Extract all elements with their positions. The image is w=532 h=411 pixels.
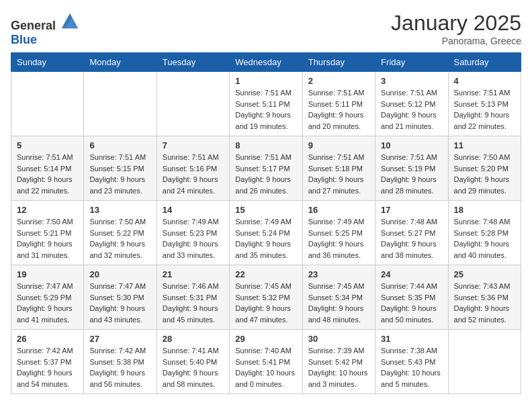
day-number: 11 [454,140,515,150]
calendar-week-row: 19Sunrise: 7:47 AMSunset: 5:29 PMDayligh… [11,265,521,330]
day-info: Sunrise: 7:50 AMSunset: 5:21 PMDaylight:… [17,216,78,261]
day-number: 7 [163,140,224,150]
day-info: Sunrise: 7:51 AMSunset: 5:14 PMDaylight:… [17,152,78,196]
calendar-week-row: 1Sunrise: 7:51 AMSunset: 5:11 PMDaylight… [11,72,521,136]
day-info: Sunrise: 7:49 AMSunset: 5:24 PMDaylight:… [235,216,296,261]
day-number: 8 [235,140,296,150]
calendar-cell: 24Sunrise: 7:44 AMSunset: 5:35 PMDayligh… [375,265,448,330]
calendar-cell: 9Sunrise: 7:51 AMSunset: 5:18 PMDaylight… [302,136,375,201]
calendar-cell: 11Sunrise: 7:50 AMSunset: 5:20 PMDayligh… [448,136,521,201]
day-info: Sunrise: 7:49 AMSunset: 5:25 PMDaylight:… [308,216,369,261]
calendar-cell: 30Sunrise: 7:39 AMSunset: 5:42 PMDayligh… [302,330,375,394]
day-number: 24 [381,269,442,279]
page-header: General Blue January 2025 Panorama, Gree… [11,11,521,47]
day-info: Sunrise: 7:50 AMSunset: 5:20 PMDaylight:… [454,152,515,196]
calendar-cell: 7Sunrise: 7:51 AMSunset: 5:16 PMDaylight… [157,136,229,201]
day-number: 23 [308,269,369,279]
calendar-cell: 8Sunrise: 7:51 AMSunset: 5:17 PMDaylight… [230,136,302,201]
day-number: 26 [17,334,78,344]
day-number: 15 [235,205,296,215]
calendar-cell: 4Sunrise: 7:51 AMSunset: 5:13 PMDaylight… [448,72,521,136]
calendar-cell [157,72,229,136]
calendar-cell: 2Sunrise: 7:51 AMSunset: 5:11 PMDaylight… [302,72,375,136]
day-number: 27 [89,334,150,344]
day-number: 22 [235,269,296,279]
weekday-header-monday: Monday [84,53,157,72]
calendar-cell: 13Sunrise: 7:50 AMSunset: 5:22 PMDayligh… [84,201,157,265]
day-number: 12 [17,205,78,215]
logo: General Blue [11,11,79,47]
day-info: Sunrise: 7:51 AMSunset: 5:11 PMDaylight:… [235,87,296,132]
calendar-cell: 12Sunrise: 7:50 AMSunset: 5:21 PMDayligh… [11,201,84,265]
calendar-cell [448,330,521,394]
day-number: 19 [17,269,78,279]
logo-text: General Blue [11,11,79,47]
day-info: Sunrise: 7:51 AMSunset: 5:18 PMDaylight:… [308,152,369,196]
day-info: Sunrise: 7:51 AMSunset: 5:19 PMDaylight:… [381,152,442,196]
day-info: Sunrise: 7:45 AMSunset: 5:32 PMDaylight:… [235,281,296,325]
day-number: 29 [235,334,296,344]
day-number: 17 [381,205,442,215]
calendar-cell [11,72,84,136]
day-number: 16 [308,205,369,215]
calendar-cell: 19Sunrise: 7:47 AMSunset: 5:29 PMDayligh… [11,265,84,330]
day-info: Sunrise: 7:50 AMSunset: 5:22 PMDaylight:… [89,216,150,261]
day-info: Sunrise: 7:42 AMSunset: 5:37 PMDaylight:… [17,345,78,390]
calendar-cell: 14Sunrise: 7:49 AMSunset: 5:23 PMDayligh… [157,201,229,265]
day-info: Sunrise: 7:43 AMSunset: 5:36 PMDaylight:… [454,281,515,325]
weekday-header-saturday: Saturday [448,53,521,72]
day-info: Sunrise: 7:47 AMSunset: 5:30 PMDaylight:… [89,281,150,325]
day-number: 28 [163,334,224,344]
day-info: Sunrise: 7:42 AMSunset: 5:38 PMDaylight:… [89,345,150,390]
weekday-header-thursday: Thursday [302,53,375,72]
day-number: 31 [381,334,442,344]
logo-blue: Blue [11,33,37,46]
day-info: Sunrise: 7:48 AMSunset: 5:27 PMDaylight:… [381,216,442,261]
calendar-cell: 31Sunrise: 7:38 AMSunset: 5:43 PMDayligh… [375,330,448,394]
calendar-table: SundayMondayTuesdayWednesdayThursdayFrid… [11,52,521,394]
day-number: 3 [381,76,442,86]
day-info: Sunrise: 7:38 AMSunset: 5:43 PMDaylight:… [381,345,442,390]
day-number: 4 [454,76,515,86]
day-number: 5 [17,140,78,150]
calendar-cell: 29Sunrise: 7:40 AMSunset: 5:41 PMDayligh… [230,330,302,394]
day-info: Sunrise: 7:51 AMSunset: 5:17 PMDaylight:… [235,152,296,196]
calendar-cell: 21Sunrise: 7:46 AMSunset: 5:31 PMDayligh… [157,265,229,330]
day-number: 30 [308,334,369,344]
calendar-cell: 5Sunrise: 7:51 AMSunset: 5:14 PMDaylight… [11,136,84,201]
weekday-header-sunday: Sunday [11,53,84,72]
calendar-cell [84,72,157,136]
calendar-cell: 27Sunrise: 7:42 AMSunset: 5:38 PMDayligh… [84,330,157,394]
day-number: 14 [163,205,224,215]
calendar-cell: 16Sunrise: 7:49 AMSunset: 5:25 PMDayligh… [302,201,375,265]
day-info: Sunrise: 7:44 AMSunset: 5:35 PMDaylight:… [381,281,442,325]
day-number: 13 [89,205,150,215]
day-number: 10 [381,140,442,150]
day-info: Sunrise: 7:45 AMSunset: 5:34 PMDaylight:… [308,281,369,325]
weekday-header-row: SundayMondayTuesdayWednesdayThursdayFrid… [11,53,521,72]
calendar-cell: 6Sunrise: 7:51 AMSunset: 5:15 PMDaylight… [84,136,157,201]
weekday-header-wednesday: Wednesday [230,53,302,72]
day-info: Sunrise: 7:51 AMSunset: 5:15 PMDaylight:… [89,152,150,196]
calendar-cell: 28Sunrise: 7:41 AMSunset: 5:40 PMDayligh… [157,330,229,394]
calendar-cell: 20Sunrise: 7:47 AMSunset: 5:30 PMDayligh… [84,265,157,330]
calendar-cell: 23Sunrise: 7:45 AMSunset: 5:34 PMDayligh… [302,265,375,330]
day-info: Sunrise: 7:51 AMSunset: 5:13 PMDaylight:… [454,87,515,132]
day-info: Sunrise: 7:51 AMSunset: 5:12 PMDaylight:… [381,87,442,132]
calendar-cell: 17Sunrise: 7:48 AMSunset: 5:27 PMDayligh… [375,201,448,265]
location: Panorama, Greece [391,36,521,46]
calendar-week-row: 12Sunrise: 7:50 AMSunset: 5:21 PMDayligh… [11,201,521,265]
calendar-cell: 25Sunrise: 7:43 AMSunset: 5:36 PMDayligh… [448,265,521,330]
title-block: January 2025 Panorama, Greece [391,11,521,46]
weekday-header-friday: Friday [375,53,448,72]
day-info: Sunrise: 7:47 AMSunset: 5:29 PMDaylight:… [17,281,78,325]
day-info: Sunrise: 7:40 AMSunset: 5:41 PMDaylight:… [235,345,296,390]
calendar-cell: 18Sunrise: 7:48 AMSunset: 5:28 PMDayligh… [448,201,521,265]
day-info: Sunrise: 7:41 AMSunset: 5:40 PMDaylight:… [163,345,224,390]
day-number: 2 [308,76,369,86]
day-number: 18 [454,205,515,215]
calendar-week-row: 26Sunrise: 7:42 AMSunset: 5:37 PMDayligh… [11,330,521,394]
calendar-cell: 1Sunrise: 7:51 AMSunset: 5:11 PMDaylight… [230,72,302,136]
logo-general: General [11,19,56,32]
weekday-header-tuesday: Tuesday [157,53,229,72]
